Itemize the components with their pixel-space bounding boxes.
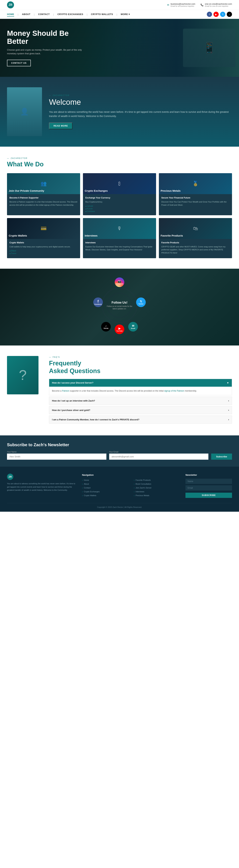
footer-newsletter-email-input[interactable] (185, 485, 232, 491)
footer-nav-contact: Contact (82, 486, 129, 489)
footer-logo-row: ZR (7, 474, 77, 480)
instagram-label: Instagram (116, 283, 123, 285)
phone-label: Email for one-on-one inquiries (205, 5, 232, 7)
hero-phone-graphic: 📱 (183, 29, 236, 67)
crypto-list-kucoin[interactable]: Kucoin (85, 208, 154, 210)
nav-home[interactable]: HOME (7, 12, 14, 17)
footer-more-server: Join Zach's Server (134, 486, 180, 489)
service-metals-desc: Discover How You Can Protect Your Wealth… (161, 200, 230, 207)
social-twitter-node[interactable]: 𝕏 Twitter (136, 298, 146, 307)
footer-more-consultation: Book Consultation (134, 483, 180, 485)
welcome-image: 👤 (7, 87, 42, 136)
service-interviews-title: Interviews (85, 234, 154, 237)
nav-contact[interactable]: CONTACT (38, 12, 50, 17)
service-metals[interactable]: 🥇 Precious Metals Secure Your Financial … (159, 173, 232, 215)
footer-nav-contact-link[interactable]: Contact (82, 486, 129, 489)
footer-nav-about-link[interactable]: About (82, 483, 129, 485)
footer-grid: ZR You are about to witness something th… (7, 474, 232, 498)
person-image: 👤 (7, 87, 42, 136)
service-products-title: Favorite Products (161, 234, 230, 237)
newsletter-name-field: Your Name (7, 451, 106, 460)
service-metals-title: Precious Metals (161, 189, 230, 192)
twitter-label: Twitter (138, 303, 143, 305)
service-wallets[interactable]: 💳 Crypto Wallets Crypto Wallets Cold wal… (7, 218, 80, 258)
wallets-list-trezor[interactable]: Trezor (9, 252, 78, 254)
footer-subscribe-button[interactable]: SUBSCRIBE (185, 493, 232, 498)
faq-patreon-link[interactable]: Patreon (62, 390, 69, 392)
faq-title: Frequently Asked Questions (49, 360, 232, 374)
phone-number[interactable]: one-on-one@zachrector.com (205, 3, 232, 5)
footer-metals-link[interactable]: Precious Metals (134, 494, 180, 497)
footer-nav-home-link[interactable]: Home (82, 479, 129, 482)
social-facebook-node[interactable]: f Facebook (93, 298, 103, 307)
footer-consultation-link[interactable]: Book Consultation (134, 483, 180, 485)
social-email-node[interactable]: ✉ Email (128, 322, 138, 332)
footer-newsletter-title: Newsletter (185, 474, 232, 476)
service-community-heading: Become A Patreon Supporter (9, 196, 78, 199)
footer-server-link[interactable]: Join Zach's Server (134, 486, 180, 489)
main-nav: HOME | ABOUT | CONTACT | CRYPTO EXCHANGE… (0, 10, 239, 19)
footer-logo: ZR (7, 474, 13, 480)
service-wallets-icon: 💳 (41, 225, 47, 231)
footer-products-link[interactable]: Favorite Products (134, 479, 180, 482)
hero-title: Money Should Be Better (7, 29, 86, 45)
phone-icon: 📞 (201, 3, 204, 6)
hero-section: 📱 Money Should Be Better Choose gold and… (0, 19, 239, 77)
hero-cta-button[interactable]: CONTACT US (7, 60, 31, 66)
faq-item-2: How do I set up an interview with Zach? … (49, 397, 232, 405)
service-crypto-heading: Exchange Your Currency (85, 196, 154, 199)
service-interviews[interactable]: 🎙 Interviews Interviews Explore Our Excl… (83, 218, 156, 258)
service-crypto[interactable]: ₿ Crypto Exchanges Exchange Your Currenc… (83, 173, 156, 215)
footer-newsletter-name-input[interactable] (185, 479, 232, 484)
email-address[interactable]: business@zachrector.com (170, 3, 195, 5)
crypto-list-uphold[interactable]: Uphold (85, 205, 154, 207)
welcome-read-more-button[interactable]: READ MORE (49, 123, 73, 129)
newsletter-email-input[interactable] (109, 454, 209, 460)
faq-signup-link[interactable]: signup of the Patreon (164, 390, 184, 392)
faq-question-3[interactable]: How do I purchase silver and gold? › (49, 406, 232, 414)
nav-more[interactable]: MORE ▾ (121, 12, 130, 17)
social-youtube-node[interactable]: ▶ YouTube (115, 324, 125, 334)
crypto-list-coinbase[interactable]: Coinbase (85, 210, 154, 212)
social-tiktok-node[interactable]: ♪ TikTok (101, 322, 111, 332)
nav-divider-3: | (53, 13, 54, 16)
faq-title-line1: Frequently (49, 360, 232, 367)
faq-chevron-1: ▼ (227, 381, 229, 384)
footer-more-interviews: Interviews (134, 490, 180, 493)
nav-about[interactable]: ABOUT (22, 12, 30, 17)
nav-crypto-exchanges[interactable]: CRYPTO EXCHANGES (57, 12, 83, 17)
faq-chevron-4: › (228, 418, 229, 421)
footer-nav-wallets-link[interactable]: Crypto Wallets (82, 494, 129, 497)
social-youtube[interactable]: ▶ (213, 12, 219, 17)
footer: ZR You are about to witness something th… (0, 467, 239, 512)
faq-chevron-2: › (228, 399, 229, 402)
service-community[interactable]: 👥 Join Our Private Community Become A Pa… (7, 173, 80, 215)
service-metals-image: 🥇 Precious Metals (159, 173, 232, 194)
faq-q3-text: How do I purchase silver and gold? (52, 409, 90, 411)
footer-nav-exchanges-link[interactable]: Crypto Exchanges (82, 490, 129, 493)
newsletter-name-label: Your Name (7, 451, 106, 453)
service-products[interactable]: 🛍 Favorite Products Favorite Products CR… (159, 218, 232, 258)
wallets-list-ellipal[interactable]: Ellipal (9, 250, 78, 252)
service-wallets-list: Ellipal Trezor (9, 250, 78, 254)
welcome-text: ZACHRECTOR Welcome You are about to witn… (49, 94, 232, 129)
faq-question-1[interactable]: How do I access your Discord Server? ▼ (49, 379, 232, 387)
footer-interviews-link[interactable]: Interviews (134, 490, 180, 493)
social-facebook[interactable]: f (207, 12, 212, 17)
social-instagram-node[interactable]: 📷 Instagram (115, 277, 125, 287)
faq-question-2[interactable]: How do I set up an interview with Zach? … (49, 397, 232, 404)
social-twitter[interactable]: 𝕏 (220, 12, 225, 17)
hero-description: Choose gold and crypto as money. Protect… (7, 48, 86, 56)
tiktok-icon: ♪ (105, 324, 107, 328)
nav-crypto-wallets[interactable]: CRYPTO WALLETS (91, 12, 113, 17)
service-wallets-body: Crypto Wallets Cold wallets to help keep… (7, 239, 80, 258)
service-crypto-list: Uphold Kucoin Coinbase (85, 205, 154, 212)
newsletter-subscribe-button[interactable]: Subscribe (211, 454, 232, 460)
contact-info: ✉ business@zachrector.com Email for all … (167, 3, 232, 7)
faq-question-4[interactable]: I am a Patron Community Member, how do I… (49, 416, 232, 423)
hero-bg-visual: 📱 (84, 19, 239, 77)
nav-divider-5: | (116, 13, 117, 16)
newsletter-name-input[interactable] (7, 454, 106, 460)
social-tiktok[interactable]: ♪ (227, 12, 232, 17)
service-community-image: 👥 Join Our Private Community (7, 173, 80, 194)
